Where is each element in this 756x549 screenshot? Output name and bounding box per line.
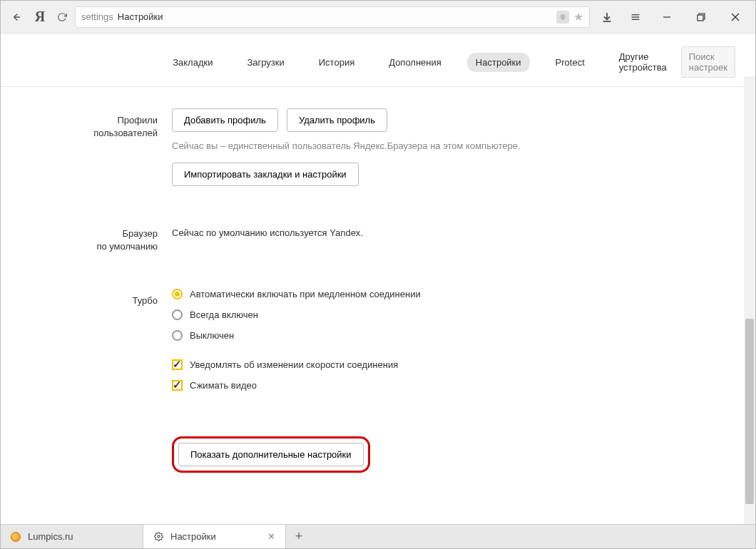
settings-tabs-row: Закладки Загрузки История Дополнения Нас… <box>1 34 755 87</box>
tab-downloads[interactable]: Загрузки <box>238 53 292 72</box>
tab-other-devices[interactable]: Другие устройства <box>611 47 675 77</box>
browser-tab-lumpics[interactable]: Lumpics.ru <box>1 525 143 548</box>
omnibox[interactable]: settings Настройки ★ <box>75 6 590 28</box>
radio-icon <box>172 309 183 320</box>
turbo-radio-auto[interactable]: Автоматически включать при медленном сое… <box>172 289 727 299</box>
browser-tab-settings[interactable]: Настройки ✕ <box>143 525 286 548</box>
vertical-scrollbar[interactable] <box>744 76 755 524</box>
tab-title: Настройки <box>170 531 216 542</box>
tab-addons[interactable]: Дополнения <box>380 53 450 72</box>
profiles-hint: Сейчас вы – единственный пользователь Ян… <box>172 140 727 151</box>
tab-settings[interactable]: Настройки <box>467 53 530 72</box>
svg-rect-7 <box>698 15 703 21</box>
section-turbo-label: Турбо <box>29 289 172 401</box>
yandex-logo[interactable]: Я <box>31 8 49 26</box>
label-line: Браузер <box>29 227 158 240</box>
omnibox-prefix: settings <box>81 11 113 22</box>
default-browser-text: Сейчас по умолчанию используется Yandex. <box>172 222 727 238</box>
radio-label: Выключен <box>190 330 234 341</box>
tab-history[interactable]: История <box>310 53 363 72</box>
import-bookmarks-button[interactable]: Импортировать закладки и настройки <box>172 163 359 186</box>
settings-search-input[interactable]: Поиск настроек <box>681 46 735 78</box>
titlebar: Я settings Настройки ★ <box>1 1 755 34</box>
section-default-browser-label: Браузер по умолчанию <box>29 222 172 253</box>
label-line: Профили <box>29 114 158 127</box>
shield-icon[interactable] <box>556 11 569 24</box>
label-line: по умолчанию <box>29 240 158 253</box>
downloads-icon[interactable] <box>596 6 618 29</box>
checkbox-label: Уведомлять об изменении скорости соедине… <box>190 359 398 370</box>
bottom-tab-strip: Lumpics.ru Настройки ✕ + <box>1 524 755 548</box>
omnibox-title: Настройки <box>118 11 163 22</box>
reload-button[interactable] <box>55 10 69 24</box>
bookmark-star-icon[interactable]: ★ <box>573 10 583 24</box>
svg-point-10 <box>157 535 159 538</box>
label-line: пользователей <box>29 127 158 140</box>
add-profile-button[interactable]: Добавить профиль <box>172 108 278 132</box>
new-tab-button[interactable]: + <box>286 525 312 548</box>
tab-title: Lumpics.ru <box>28 531 73 542</box>
window-close-button[interactable] <box>721 7 750 27</box>
turbo-check-compress-video[interactable]: Сжимать видео <box>172 380 727 391</box>
section-default-browser: Браузер по умолчанию Сейчас по умолчанию… <box>29 222 727 253</box>
favicon-orange-icon <box>11 532 21 542</box>
section-turbo: Турбо Автоматически включать при медленн… <box>29 289 727 401</box>
gear-icon <box>153 532 163 542</box>
nav-back-button[interactable] <box>6 8 25 26</box>
tab-bookmarks[interactable]: Закладки <box>164 53 221 72</box>
highlight-annotation: Показать дополнительные настройки <box>172 436 370 473</box>
radio-label: Автоматически включать при медленном сое… <box>190 289 421 299</box>
turbo-radio-always[interactable]: Всегда включен <box>172 309 727 320</box>
section-profiles: Профили пользователей Добавить профиль У… <box>29 108 727 186</box>
section-profiles-label: Профили пользователей <box>29 108 172 186</box>
tab-close-icon[interactable]: ✕ <box>267 531 275 542</box>
menu-icon[interactable] <box>624 6 647 29</box>
checkbox-icon <box>172 359 183 370</box>
turbo-check-notify[interactable]: Уведомлять об изменении скорости соедине… <box>172 359 727 370</box>
checkbox-icon <box>172 380 183 391</box>
turbo-radio-off[interactable]: Выключен <box>172 330 727 341</box>
tab-protect[interactable]: Protect <box>547 53 593 72</box>
radio-icon <box>172 330 183 341</box>
checkbox-label: Сжимать видео <box>190 380 257 391</box>
window-minimize-button[interactable] <box>653 7 681 27</box>
scrollbar-thumb[interactable] <box>745 319 754 504</box>
content-area: Закладки Загрузки История Дополнения Нас… <box>1 34 755 524</box>
radio-label: Всегда включен <box>190 309 258 320</box>
delete-profile-button[interactable]: Удалить профиль <box>287 108 387 132</box>
window-maximize-button[interactable] <box>687 7 715 27</box>
radio-icon <box>172 289 183 299</box>
show-advanced-settings-button[interactable]: Показать дополнительные настройки <box>178 443 364 466</box>
